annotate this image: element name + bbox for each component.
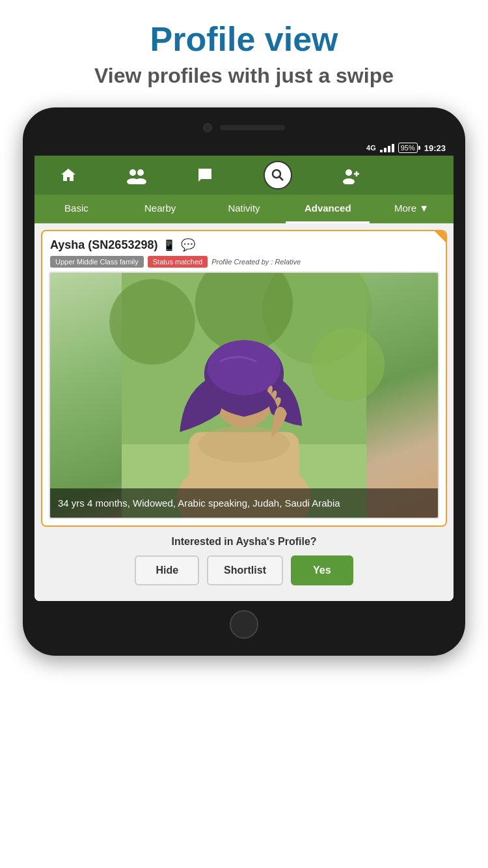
profile-card-header: Aysha (SN2653298) 📱 💬 Upper Middle Class… [42, 231, 446, 272]
phone-frame: 4G 95% 19:23 [23, 107, 465, 656]
class-tag: Upper Middle Class family [50, 256, 144, 268]
svg-line-5 [279, 177, 283, 181]
profile-name: Aysha (SN2653298) [50, 238, 157, 252]
page-subtitle: View profiles with just a swipe [13, 64, 475, 88]
nav-chat[interactable] [196, 166, 214, 184]
mobile-icon: 📱 [163, 239, 176, 251]
message-icon: 💬 [181, 238, 195, 252]
svg-rect-11 [411, 174, 429, 176]
profile-figure-svg [50, 273, 438, 518]
svg-rect-12 [411, 180, 429, 182]
action-buttons: Hide Shortlist Yes [54, 555, 434, 585]
profile-caption: 34 yrs 4 months, Widowed, Arabic speakin… [50, 488, 438, 518]
svg-point-7 [343, 178, 355, 184]
svg-point-18 [311, 328, 385, 402]
signal-icon [380, 144, 394, 152]
svg-point-6 [346, 169, 352, 176]
profile-name-row: Aysha (SN2653298) 📱 💬 [50, 238, 438, 252]
nav-menu[interactable] [411, 168, 429, 182]
page-title: Profile view [13, 20, 475, 59]
network-indicator: 4G [366, 144, 376, 152]
svg-rect-10 [411, 168, 429, 171]
tab-basic[interactable]: Basic [34, 195, 118, 223]
group-icon [126, 166, 147, 184]
svg-point-4 [273, 170, 280, 178]
shortlist-button[interactable]: Shortlist [207, 555, 283, 585]
svg-point-0 [129, 169, 136, 176]
chat-icon [196, 166, 214, 184]
tab-nativity[interactable]: Nativity [202, 195, 286, 223]
page-header: Profile view View profiles with just a s… [0, 0, 488, 94]
interested-text: Interested in Aysha's Profile? [54, 536, 434, 548]
speaker-icon [220, 125, 285, 130]
svg-point-1 [137, 169, 144, 176]
nav-group[interactable] [126, 166, 147, 184]
profile-image [50, 273, 438, 518]
status-tag: Status matched [148, 256, 208, 268]
app-screen: Basic Nearby Nativity Advanced More ▼ [34, 156, 454, 601]
home-button[interactable] [230, 610, 258, 639]
add-user-icon [341, 166, 362, 184]
tab-nearby[interactable]: Nearby [118, 195, 202, 223]
hide-button[interactable]: Hide [135, 555, 199, 585]
profile-card: Premium Aysha (SN2653298) 📱 💬 Upper Midd… [41, 230, 447, 527]
tab-more[interactable]: More ▼ [370, 195, 454, 223]
created-by-tag: Profile Created by : Relative [211, 258, 301, 266]
profile-image-container: 34 yrs 4 months, Widowed, Arabic speakin… [49, 272, 439, 519]
camera-icon [203, 123, 212, 132]
profile-tags: Upper Middle Class family Status matched… [50, 256, 438, 268]
yes-button[interactable]: Yes [291, 555, 353, 585]
search-icon [270, 167, 286, 183]
profile-area: Premium Aysha (SN2653298) 📱 💬 Upper Midd… [34, 223, 454, 601]
menu-icon [411, 168, 429, 182]
profile-actions: Interested in Aysha's Profile? Hide Shor… [41, 527, 447, 595]
phone-bottom-bar [34, 601, 454, 644]
tab-bar: Basic Nearby Nativity Advanced More ▼ [34, 195, 454, 223]
tab-advanced[interactable]: Advanced [286, 195, 370, 223]
nav-search[interactable] [264, 161, 292, 189]
nav-add-user[interactable] [341, 166, 362, 184]
phone-mockup: 4G 95% 19:23 [23, 107, 465, 656]
app-navbar [34, 156, 454, 195]
phone-top-bar [34, 119, 454, 140]
battery-indicator: 95% [398, 143, 418, 153]
nav-home[interactable] [59, 166, 77, 184]
status-bar: 4G 95% 19:23 [34, 140, 454, 156]
clock: 19:23 [424, 143, 446, 153]
svg-point-15 [109, 279, 195, 365]
home-icon [59, 166, 77, 184]
